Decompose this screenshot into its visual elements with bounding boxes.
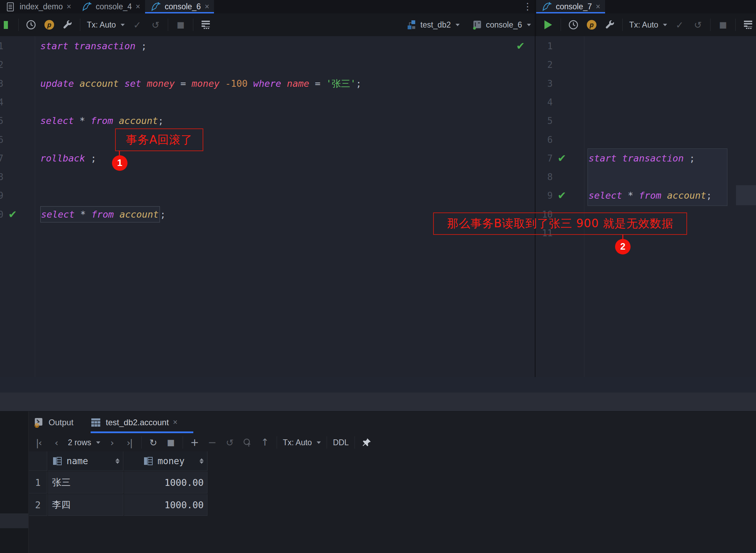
tx-mode-select-label: Tx: Auto [629,20,658,30]
code-line[interactable]: update account set money = money -100 wh… [40,74,361,93]
next-page-icon[interactable]: › [106,437,118,448]
revert-icon: ↺ [224,437,236,448]
line-number: 5 [535,112,553,130]
cell-money[interactable]: 1000.00 [124,494,207,516]
pin-tab-icon[interactable] [361,437,372,448]
rollback-icon[interactable]: ↺ [692,19,704,31]
delete-row-icon[interactable]: − [206,437,218,448]
tab-label: console_6 [165,2,201,11]
result-tab-Output[interactable]: Output [33,411,84,433]
row-number-cell[interactable]: 2 [29,494,47,516]
session-select[interactable]: console_6 [471,19,531,31]
last-page-icon[interactable]: ›| [124,437,135,448]
editor-tab-console_4[interactable]: console_4× [76,0,145,13]
stop-icon: ■ [717,19,729,31]
chevron-down-icon [96,441,100,444]
stop-icon[interactable]: ■ [717,19,729,31]
chevron-down-icon [317,441,321,444]
sql-editor-right[interactable]: 1234567891011✔start transaction ;✔select… [535,36,756,377]
splitter-band[interactable] [0,393,756,411]
last-page-icon: ›| [124,437,135,448]
profiler-icon[interactable]: p [586,19,597,31]
prev-page-icon[interactable]: ‹ [50,437,62,448]
annotation-note-1: 事务A回滚了 [115,128,203,151]
revert-icon[interactable]: ↺ [224,437,236,448]
commit-icon[interactable]: ✓ [131,19,143,31]
code-line[interactable]: select * from account; [40,112,164,130]
tx-mode-select[interactable]: Tx: Auto [87,20,125,30]
annotation-note-2-text: 那么事务B读取到了张三 900 就是无效数据 [447,216,673,231]
tx-mode-select[interactable]: Tx: Auto [629,20,667,30]
preview-commit-icon[interactable] [242,437,253,448]
datasource-switcher: test_db2console_6 [406,13,535,36]
tx-mode-select[interactable]: Tx: Auto [283,438,321,447]
code-line[interactable]: select * from account; [40,205,166,224]
reload-data-icon[interactable]: ↻ [147,437,159,448]
stop-icon[interactable]: ■ [165,437,177,448]
table-grid-icon [90,417,102,428]
editor-tab-console_7[interactable]: console_7× [536,0,605,13]
first-page-icon: |‹ [33,437,44,448]
toolbar-separator [141,436,142,449]
code-line[interactable]: select * from account; [589,186,712,205]
line-number: 4 [535,93,553,112]
first-page-icon[interactable]: |‹ [33,437,44,448]
toolwindow-stripe-button[interactable] [0,513,28,528]
cell-name[interactable]: 张三 [48,472,123,493]
run-icon[interactable] [0,19,12,31]
close-tab-icon[interactable]: × [173,418,177,427]
result-tab-test_db2.account[interactable]: test_db2.account× [90,411,196,433]
code-line[interactable]: start transaction ; [40,37,147,55]
toolbar-separator [561,19,561,31]
ddl-button[interactable]: DDL [333,438,349,447]
page-size-select[interactable]: 2 rows [68,438,100,447]
settings-wrench-icon[interactable] [604,19,616,31]
settings-wrench-icon[interactable] [62,19,73,31]
line-number: 8 [535,168,553,186]
run-icon[interactable] [542,19,554,31]
profiler-icon[interactable]: p [43,19,55,31]
output-list-icon [742,19,754,31]
rollback-icon: ↺ [692,19,704,31]
add-row-icon[interactable]: + [189,437,201,448]
query-history-icon[interactable] [25,19,37,31]
column-icon [142,455,154,467]
toggle-output-icon[interactable] [742,19,754,31]
chevron-down-icon [663,24,667,26]
more-tabs-kebab-icon[interactable]: ⋮ [522,1,533,12]
query-history-icon[interactable] [568,19,579,31]
schema-select[interactable]: test_db2 [406,19,460,31]
console-toolbar-right: pTx: Auto✓↺■ [536,13,756,36]
commit-check-icon: ✓ [674,19,685,31]
tab-label: test_db2.account [106,418,169,427]
tab-label: console_4 [96,2,132,11]
stop-icon[interactable]: ■ [175,19,186,31]
editor-tab-index_demo[interactable]: index_demo× [0,0,76,13]
editor-tab-console_6[interactable]: console_6× [145,0,214,13]
stop-icon: ■ [165,437,177,448]
profiler-icon: p [586,19,597,31]
close-tab-icon[interactable]: × [596,3,600,11]
ddl-button-label: DDL [333,438,349,447]
statement-success-check-icon: ✔ [558,149,566,168]
code-line[interactable]: rollback ; [40,149,96,168]
column-header-money[interactable]: money [124,451,207,471]
toggle-output-icon[interactable] [200,19,212,31]
services-toolwindow: Outputtest_db2.account× |‹‹2 rows››|↻■+−… [0,411,756,553]
column-header-name[interactable]: name [48,451,123,471]
line-number: 9 [0,186,3,205]
close-tab-icon[interactable]: × [136,3,140,11]
submit-icon[interactable]: ↑ [259,437,271,448]
close-tab-icon[interactable]: × [205,3,209,11]
code-line[interactable]: start transaction ; [589,149,695,168]
rollback-icon[interactable]: ↺ [150,19,161,31]
cell-money[interactable]: 1000.00 [124,472,207,493]
commit-icon[interactable]: ✓ [674,19,685,31]
line-number: 7 [0,149,3,168]
toolbar-separator [183,436,183,449]
cell-name[interactable]: 李四 [48,494,123,516]
refresh-icon: ↻ [147,437,159,448]
sql-editor-left[interactable]: 12345678910start transaction ;update acc… [0,36,535,377]
row-number-cell[interactable]: 1 [29,472,47,493]
close-tab-icon[interactable]: × [67,3,71,11]
